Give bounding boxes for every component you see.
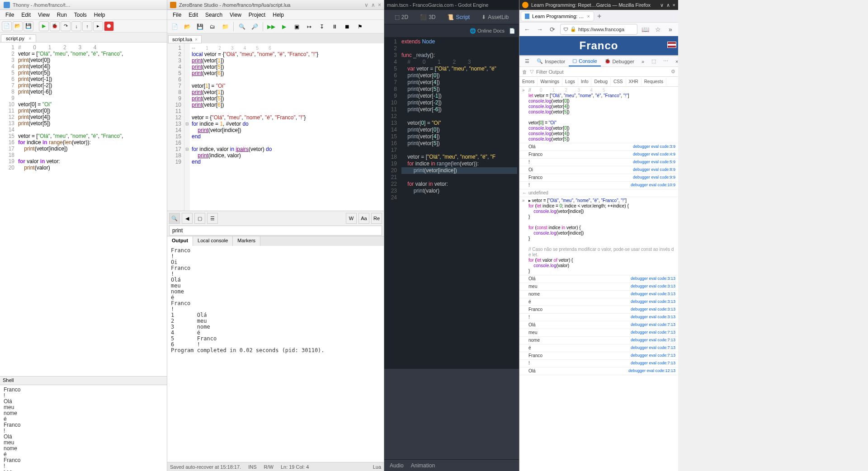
bookmark-icon[interactable]: ☆ [653,24,663,34]
console-entry[interactable]: »// 0 1 2 3 4 5 let vetor = ["Olá", "meu… [519,87,678,143]
category-info[interactable]: Info [578,78,592,85]
zb-code[interactable]: -- 1 2 3 4 5 6local vetor = {"Olá", "meu… [190,43,384,211]
overflow-icon[interactable]: » [665,24,675,34]
godot-code[interactable]: extends Nodefunc _ready(): # 0 1 2 3 var… [400,37,519,369]
new-tab-button[interactable]: + [594,10,605,22]
console-entry[interactable]: ←undefined [519,189,678,197]
project-icon[interactable]: 📁 [220,21,231,32]
console-entry[interactable]: »▸ vetor = ["Olá", "meu", "nome", "é", "… [519,197,678,275]
url-input[interactable]: 🛡 🔒 https://www.francoga [560,24,637,35]
output-tab-output[interactable]: Output [167,236,193,246]
docs-icon[interactable]: 📄 [509,28,515,34]
console-entry[interactable]: meudebugger eval code:7:13 [519,329,678,337]
settings-icon[interactable]: ⚙ [671,69,675,75]
category-requests[interactable]: Requests [642,78,666,85]
workspace-tab-3d[interactable]: ⬛3D [416,12,439,22]
console-entry[interactable]: Francodebugger eval code:7:13 [519,352,678,360]
close-icon[interactable]: × [195,37,198,42]
close-icon[interactable]: × [378,2,381,8]
find-box-icon[interactable]: ▢ [194,213,205,224]
category-xhr[interactable]: XHR [626,78,642,85]
new-icon[interactable]: 📄 [169,21,180,32]
thonny-tab-script[interactable]: script.py × [1,34,36,42]
stop-icon[interactable]: ⏹ [342,21,353,32]
toggle-icon[interactable]: ⚑ [354,21,365,32]
zb-fold-gutter[interactable]: ⊟⊟ [184,43,190,211]
menu-view[interactable]: View [34,11,53,19]
menu-edit[interactable]: Edit [185,11,202,19]
console-entry[interactable]: Francodebugger eval code:9:9 [519,174,678,182]
maximize-icon[interactable]: ∧ [666,2,670,8]
close-icon[interactable]: × [672,57,682,66]
output-tab-local-console[interactable]: Local console [193,236,233,246]
menu-project[interactable]: Project [245,11,269,19]
close-icon[interactable]: × [587,14,590,19]
find-icon[interactable]: 🔍 [169,213,180,224]
console-entry[interactable]: !debugger eval code:10:9 [519,182,678,189]
output-tab-markers[interactable]: Markers [233,236,260,246]
stop-icon[interactable]: ⬣ [104,21,114,31]
menu-search[interactable]: Search [202,11,226,19]
category-errors[interactable]: Errors [519,78,538,85]
console-entry[interactable]: !debugger eval code:5:9 [519,159,678,166]
funnel-icon[interactable]: ▽ [530,69,533,75]
open-icon[interactable]: 📂 [182,21,193,32]
find-prev-icon[interactable]: ◀ [182,213,193,224]
category-debug[interactable]: Debug [591,78,610,85]
console-entry[interactable]: Oládebugger eval code:12:13 [519,367,678,375]
replace-icon[interactable]: 🔎 [249,21,260,32]
minimize-icon[interactable]: ∨ [364,2,368,8]
firefox-console[interactable]: »// 0 1 2 3 4 5 let vetor = ["Olá", "meu… [519,87,678,471]
devtools-tab-inspector[interactable]: 🔍Inspector [533,57,569,66]
step-out-icon[interactable]: ↑ [82,21,92,31]
save-all-icon[interactable]: 🗂 [207,21,218,32]
console-entry[interactable]: !debugger eval code:3:13 [519,314,678,321]
menu-help[interactable]: Help [90,11,109,19]
menu-view[interactable]: View [226,11,245,19]
console-entry[interactable]: Francodebugger eval code:4:9 [519,151,678,159]
zerobrane-editor[interactable]: 12345678910111213141516171819 ⊟⊟ -- 1 2 … [167,43,384,211]
forward-icon[interactable]: → [535,24,545,34]
step-into-icon[interactable]: ↓ [71,21,81,31]
find-input[interactable] [169,226,382,236]
trash-icon[interactable]: 🗑 [522,69,527,75]
menu-edit[interactable]: Edit [18,11,34,19]
minimize-icon[interactable]: ∨ [660,2,664,8]
resume-icon[interactable]: ▸ [93,21,103,31]
workspace-tab-script[interactable]: 📜Script [443,12,473,22]
step2-icon[interactable]: ↧ [316,21,327,32]
responsive-icon[interactable]: ⬚ [648,57,660,66]
console-entry[interactable]: Oládebugger eval code:7:13 [519,321,678,329]
filter-input[interactable] [536,69,668,75]
workspace-tab-assetlib[interactable]: ⬇AssetLib [478,12,512,22]
reload-icon[interactable]: ⟳ [547,24,557,34]
run-icon[interactable]: ▶▶ [266,21,277,32]
console-entry[interactable]: Oládebugger eval code:3:13 [519,275,678,283]
firefox-tab[interactable]: Learn Programming: Repetit × [521,12,594,21]
break-icon[interactable]: ⏸ [329,21,340,32]
console-entry[interactable]: !debugger eval code:7:13 [519,360,678,367]
close-icon[interactable]: × [673,2,675,8]
category-css[interactable]: CSS [611,78,626,85]
open-file-icon[interactable]: 📂 [13,21,23,31]
reader-icon[interactable]: 📖 [640,24,650,34]
close-icon[interactable]: × [28,36,31,41]
back-icon[interactable]: ← [522,24,532,34]
run-icon[interactable]: ▶ [39,21,49,31]
debug-icon[interactable]: ▣ [291,21,302,32]
thonny-editor[interactable]: 1234567891011121314151617181920 # 0 1 2 … [0,42,167,376]
audio-tab[interactable]: Audio [390,462,404,469]
devtools-tab-console[interactable]: ▢Console [569,56,600,66]
godot-editor[interactable]: 123456789101112131415161718192021222324 … [384,37,519,369]
menu-file[interactable]: File [2,11,18,19]
console-entry[interactable]: Oidebugger eval code:8:9 [519,166,678,174]
thonny-code[interactable]: # 0 1 2 3 4vetor = ["Olá", "meu", "nome"… [17,42,167,376]
debug-icon[interactable]: 🐞 [50,21,60,31]
devtools-tab-icon[interactable]: » [638,57,648,66]
devtools-tab-icon[interactable]: ☰ [521,57,533,66]
zb-output[interactable]: Franco ! Oi Franco ! Olá meu nome é Fran… [167,246,384,462]
category-warnings[interactable]: Warnings [538,78,562,85]
run-single-icon[interactable]: ▶ [278,21,289,32]
console-entry[interactable]: nomedebugger eval code:7:13 [519,337,678,344]
maximize-icon[interactable]: ∧ [371,2,375,8]
